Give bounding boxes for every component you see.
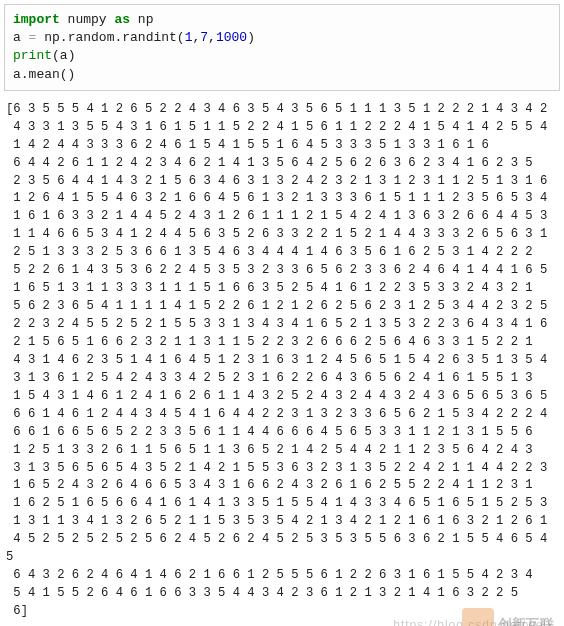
arg-2: 7 xyxy=(200,30,208,45)
logo-square-icon xyxy=(462,608,494,626)
call-mean: a.mean xyxy=(13,67,60,82)
logo-watermark: 创新互联 xyxy=(458,604,558,626)
keyword-import: import xyxy=(13,12,60,27)
code-block: import numpy as np a = np.random.randint… xyxy=(4,4,560,91)
comma: , xyxy=(208,30,216,45)
keyword-as: as xyxy=(114,12,130,27)
fn-print: print xyxy=(13,48,52,63)
paren-close: ) xyxy=(247,30,255,45)
alias-name: np xyxy=(130,12,153,27)
paren-close: ) xyxy=(68,48,76,63)
call-randint: np.random.randint xyxy=(36,30,176,45)
lib-name: numpy xyxy=(60,12,115,27)
parens: () xyxy=(60,67,76,82)
arg-3: 1000 xyxy=(216,30,247,45)
code-line-3: print(a) xyxy=(13,47,551,65)
print-arg: a xyxy=(60,48,68,63)
var-a: a xyxy=(13,30,29,45)
paren-open: ( xyxy=(52,48,60,63)
logo-text: 创新互联 xyxy=(498,617,554,626)
array-output: [6 3 5 5 5 4 1 2 6 5 2 2 4 3 4 6 3 5 4 3… xyxy=(0,95,564,626)
code-line-4: a.mean() xyxy=(13,66,551,84)
paren-open: ( xyxy=(177,30,185,45)
code-line-2: a = np.random.randint(1,7,1000) xyxy=(13,29,551,47)
code-line-1: import numpy as np xyxy=(13,11,551,29)
